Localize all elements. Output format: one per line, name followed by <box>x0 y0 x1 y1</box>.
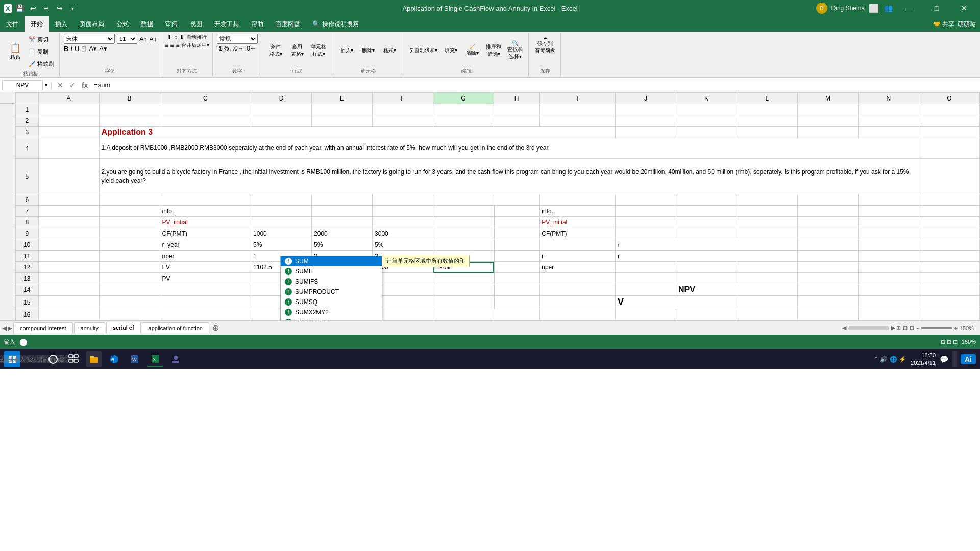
underline-button[interactable]: U <box>75 45 79 53</box>
cell-M9[interactable] <box>797 228 858 239</box>
user-avatar[interactable]: D <box>816 3 827 14</box>
cell-M2[interactable] <box>797 115 858 127</box>
cell-A8[interactable] <box>38 217 99 228</box>
cell-C10[interactable]: r_year <box>160 239 251 251</box>
format-cell-btn[interactable]: 格式▾ <box>379 46 400 55</box>
cell-L15[interactable] <box>737 296 797 309</box>
col-header-E[interactable]: E <box>312 93 373 104</box>
zoom-slider[interactable] <box>921 327 952 329</box>
cell-J7[interactable] <box>615 206 676 217</box>
cell-A11[interactable] <box>38 251 99 262</box>
cell-G2[interactable] <box>433 115 494 127</box>
cell-M8[interactable] <box>797 217 858 228</box>
cell-G8[interactable] <box>433 217 494 228</box>
font-decrease-btn[interactable]: A↓ <box>149 35 157 43</box>
cell-J2[interactable] <box>615 115 676 127</box>
cell-H10[interactable] <box>494 239 540 251</box>
cell-M13[interactable] <box>797 273 858 284</box>
cell-O10[interactable] <box>919 239 979 251</box>
cell-D7[interactable] <box>251 206 312 217</box>
cell-C16[interactable] <box>160 309 251 320</box>
cell-I8[interactable]: PV_initial <box>540 217 616 228</box>
cell-I9[interactable]: CF(PMT) <box>540 228 616 239</box>
sheet-tab-annuity[interactable]: annuity <box>74 322 105 333</box>
cell-J13[interactable] <box>615 273 676 284</box>
cell-A6[interactable] <box>38 194 99 206</box>
align-bottom-btn[interactable]: ⬇ <box>179 34 184 41</box>
cell-F1[interactable] <box>373 104 433 115</box>
cell-C9[interactable]: CF(PMT) <box>160 228 251 239</box>
cell-N16[interactable] <box>858 309 919 320</box>
cell-O3[interactable] <box>919 127 979 138</box>
find-select-btn[interactable]: 🔍 查找和 选择▾ <box>505 39 525 61</box>
cell-O9[interactable] <box>919 228 979 239</box>
maximize-btn[interactable]: □ <box>925 0 948 16</box>
save-to-cloud-btn[interactable]: ☁保存到百度网盘 <box>533 34 557 56</box>
add-sheet-btn[interactable]: ⊕ <box>210 323 220 333</box>
cell-K7[interactable] <box>676 206 737 217</box>
col-header-F[interactable]: F <box>373 93 433 104</box>
cell-E1[interactable] <box>312 104 373 115</box>
scroll-left-btn[interactable]: ◀ <box>842 324 846 331</box>
cell-C1[interactable] <box>160 104 251 115</box>
cell-J6[interactable] <box>615 194 676 206</box>
cell-L1[interactable] <box>737 104 797 115</box>
view-break-btn[interactable]: ⊡ <box>910 324 914 331</box>
col-header-D[interactable]: D <box>251 93 312 104</box>
cell-G13[interactable] <box>433 273 494 284</box>
ac-item-SUMSQ[interactable]: f SUMSQ <box>281 297 382 307</box>
number-format-select[interactable]: 常规 <box>217 34 258 44</box>
cell-D9[interactable]: 1000 <box>251 228 312 239</box>
format-as-table-btn[interactable]: 套用表格▾ <box>287 42 307 59</box>
cell-L13[interactable] <box>737 273 797 284</box>
fill-color-button[interactable]: A▾ <box>89 45 97 53</box>
cell-A4[interactable] <box>38 138 99 159</box>
cell-L6[interactable] <box>737 194 797 206</box>
cell-C7[interactable]: info. <box>160 206 251 217</box>
cell-J8[interactable] <box>615 217 676 228</box>
font-family-select[interactable]: 宋体 <box>64 34 115 44</box>
cell-I13[interactable] <box>540 273 616 284</box>
scroll-right-btn[interactable]: ▶ <box>891 324 895 331</box>
col-header-N[interactable]: N <box>858 93 919 104</box>
cell-N14[interactable] <box>858 284 919 296</box>
cell-A14[interactable] <box>38 284 99 296</box>
cell-K8[interactable] <box>676 217 737 228</box>
expand-name-icon[interactable]: ▾ <box>45 82 47 88</box>
cell-O7[interactable] <box>919 206 979 217</box>
share-icon[interactable]: 👥 <box>883 3 893 13</box>
cell-A1[interactable] <box>38 104 99 115</box>
tab-home[interactable]: 开始 <box>24 16 49 32</box>
cell-B4-merged[interactable]: 1.A deposit of RMB1000 ,RMB2000,RMB3000 … <box>99 138 919 159</box>
conditional-format-btn[interactable]: 条件格式▾ <box>265 42 286 59</box>
cell-O4[interactable] <box>919 138 979 159</box>
cell-A10[interactable] <box>38 239 99 251</box>
cell-O15[interactable] <box>919 296 979 309</box>
taskview-btn[interactable] <box>65 351 82 367</box>
cell-L12[interactable] <box>737 262 797 273</box>
cell-I11[interactable]: r <box>540 251 616 262</box>
cell-F6[interactable] <box>373 194 433 206</box>
cell-H16[interactable] <box>494 309 540 320</box>
cell-M11[interactable] <box>797 251 858 262</box>
sort-filter-btn[interactable]: 排序和筛选▾ <box>483 42 504 59</box>
cell-B9[interactable] <box>99 228 160 239</box>
cell-O13[interactable] <box>919 273 979 284</box>
tab-file[interactable]: 文件 <box>0 16 24 32</box>
cell-E7[interactable] <box>312 206 373 217</box>
cell-L16[interactable] <box>737 309 797 320</box>
col-header-I[interactable]: I <box>540 93 616 104</box>
close-btn[interactable]: ✕ <box>952 0 976 16</box>
cell-K12[interactable] <box>676 262 737 273</box>
view-icon[interactable]: ⬜ <box>869 3 879 13</box>
cell-L3[interactable] <box>737 127 797 138</box>
cell-C12[interactable]: FV <box>160 262 251 273</box>
cell-G1[interactable] <box>433 104 494 115</box>
cell-B2[interactable] <box>99 115 160 127</box>
tab-insert[interactable]: 插入 <box>49 16 74 32</box>
bold-button[interactable]: B <box>64 45 68 53</box>
save-icon[interactable]: 💾 <box>15 3 25 13</box>
cell-E2[interactable] <box>312 115 373 127</box>
more-qa-icon[interactable]: ▾ <box>68 3 78 13</box>
excel-taskbar-btn[interactable]: X <box>147 351 163 367</box>
